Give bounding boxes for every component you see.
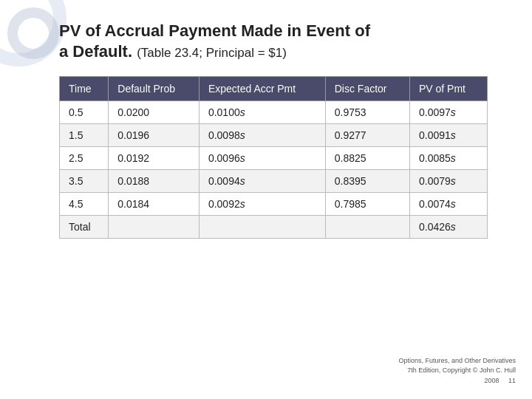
title-bold: a Default.	[59, 42, 132, 61]
table-cell	[199, 216, 325, 239]
page-title: PV of Accrual Payment Made in Event of a…	[59, 21, 517, 61]
table-cell	[325, 216, 409, 239]
table-row: 4.50.01840.0092s0.79850.0074s	[60, 193, 488, 216]
table-cell: 2.5	[60, 147, 109, 170]
table-cell: 0.0098s	[199, 124, 325, 147]
table-cell: 0.0188	[109, 170, 200, 193]
table-header-row: Time Default Prob Expected Accr Pmt Disc…	[60, 77, 488, 101]
table-cell: 0.0094s	[199, 170, 325, 193]
table-cell: 0.8395	[325, 170, 409, 193]
table-row: 3.50.01880.0094s0.83950.0079s	[60, 170, 488, 193]
table-cell: 0.5	[60, 101, 109, 124]
table-cell: 0.0074s	[409, 193, 487, 216]
table-cell: 0.8825	[325, 147, 409, 170]
col-disc-factor: Disc Factor	[325, 77, 409, 101]
col-pv-pmt: PV of Pmt	[409, 77, 487, 101]
table-cell: 0.0426s	[409, 216, 487, 239]
table-cell: 0.0096s	[199, 147, 325, 170]
table-cell: 0.0092s	[199, 193, 325, 216]
table-cell: 0.0085s	[409, 147, 487, 170]
table-cell: Total	[60, 216, 109, 239]
table-cell: 0.9753	[325, 101, 409, 124]
deco-circle-inner	[7, 7, 59, 59]
table-cell: 0.7985	[325, 193, 409, 216]
table-cell: 0.0079s	[409, 170, 487, 193]
title-line1: PV of Accrual Payment Made in Event of	[59, 21, 370, 40]
footer-line3: 2008	[484, 377, 499, 384]
table-cell: 4.5	[60, 193, 109, 216]
table-cell: 0.9277	[325, 124, 409, 147]
table-body: 0.50.02000.0100s0.97530.0097s1.50.01960.…	[60, 101, 488, 239]
data-table: Time Default Prob Expected Accr Pmt Disc…	[59, 76, 488, 239]
table-row: 1.50.01960.0098s0.92770.0091s	[60, 124, 488, 147]
table-info: (Table 23.4; Principal = $1)	[137, 46, 287, 60]
table-row: 0.50.02000.0100s0.97530.0097s	[60, 101, 488, 124]
table-cell: 0.0091s	[409, 124, 487, 147]
table-cell: 0.0200	[109, 101, 200, 124]
table-cell: 1.5	[60, 124, 109, 147]
table-cell: 0.0097s	[409, 101, 487, 124]
col-expected-accr: Expected Accr Pmt	[199, 77, 325, 101]
page-number: 11	[508, 377, 516, 384]
footer-line2: 7th Edition, Copyright © John C. Hull	[407, 366, 516, 374]
col-default-prob: Default Prob	[109, 77, 200, 101]
table-cell: 3.5	[60, 170, 109, 193]
col-time: Time	[60, 77, 109, 101]
table-cell: 0.0184	[109, 193, 200, 216]
table-row: Total0.0426s	[60, 216, 488, 239]
footer-text: Options, Futures, and Other Derivatives …	[398, 356, 516, 386]
table-cell: 0.0100s	[199, 101, 325, 124]
table-cell	[109, 216, 200, 239]
table-cell: 0.0192	[109, 147, 200, 170]
main-content: PV of Accrual Payment Made in Event of a…	[59, 21, 517, 239]
table-row: 2.50.01920.0096s0.88250.0085s	[60, 147, 488, 170]
table-cell: 0.0196	[109, 124, 200, 147]
footer-line1: Options, Futures, and Other Derivatives	[398, 357, 516, 364]
